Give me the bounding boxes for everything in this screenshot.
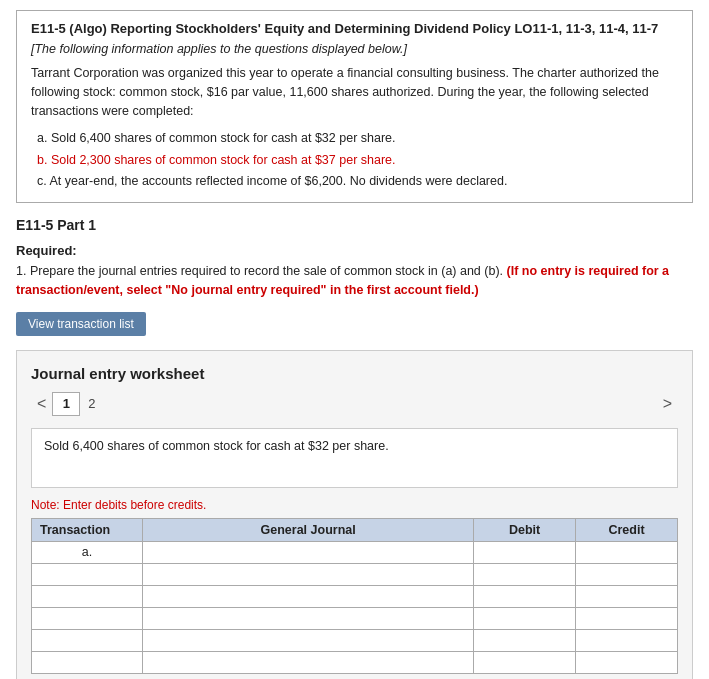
general-journal-input-3[interactable] bbox=[149, 611, 467, 625]
debit-cell-4[interactable] bbox=[474, 629, 576, 651]
col-header-credit: Credit bbox=[576, 518, 678, 541]
col-header-transaction: Transaction bbox=[32, 518, 143, 541]
table-row bbox=[32, 585, 678, 607]
transaction-c: c. At year-end, the accounts reflected i… bbox=[37, 171, 678, 192]
general-journal-cell-2[interactable] bbox=[143, 585, 474, 607]
transaction-description-box: Sold 6,400 shares of common stock for ca… bbox=[31, 428, 678, 488]
page-current[interactable]: 1 bbox=[52, 392, 80, 416]
journal-table: Transaction General Journal Debit Credit… bbox=[31, 518, 678, 674]
general-journal-input-1[interactable] bbox=[149, 567, 467, 581]
transaction-cell-2 bbox=[32, 585, 143, 607]
debit-cell-0[interactable] bbox=[474, 541, 576, 563]
credit-input-4[interactable] bbox=[582, 633, 671, 647]
table-row bbox=[32, 629, 678, 651]
worksheet-title: Journal entry worksheet bbox=[31, 365, 678, 382]
required-text: 1. Prepare the journal entries required … bbox=[16, 262, 693, 300]
view-transaction-list-button[interactable]: View transaction list bbox=[16, 312, 146, 336]
general-journal-cell-5[interactable] bbox=[143, 651, 474, 673]
required-label: Required: bbox=[16, 243, 693, 258]
part-title: E11-5 Part 1 bbox=[16, 217, 693, 233]
general-journal-cell-0[interactable] bbox=[143, 541, 474, 563]
transaction-b: b. Sold 2,300 shares of common stock for… bbox=[37, 150, 678, 171]
worksheet-container: Journal entry worksheet < 1 2 > Sold 6,4… bbox=[16, 350, 693, 680]
credit-cell-3[interactable] bbox=[576, 607, 678, 629]
general-journal-input-0[interactable] bbox=[149, 545, 467, 559]
debit-cell-1[interactable] bbox=[474, 563, 576, 585]
credit-cell-0[interactable] bbox=[576, 541, 678, 563]
credit-cell-5[interactable] bbox=[576, 651, 678, 673]
general-journal-input-2[interactable] bbox=[149, 589, 467, 603]
transaction-cell-3 bbox=[32, 607, 143, 629]
debit-cell-5[interactable] bbox=[474, 651, 576, 673]
problem-title: E11-5 (Algo) Reporting Stockholders' Equ… bbox=[31, 21, 678, 36]
debit-cell-2[interactable] bbox=[474, 585, 576, 607]
transaction-cell-1 bbox=[32, 563, 143, 585]
transaction-b-text: b. Sold 2,300 shares of common stock for… bbox=[37, 153, 396, 167]
note-text: Note: Enter debits before credits. bbox=[31, 498, 678, 512]
page-next[interactable]: 2 bbox=[80, 394, 103, 413]
col-header-general-journal: General Journal bbox=[143, 518, 474, 541]
credit-cell-4[interactable] bbox=[576, 629, 678, 651]
debit-input-4[interactable] bbox=[480, 633, 569, 647]
transaction-cell-5 bbox=[32, 651, 143, 673]
nav-left-arrow[interactable]: < bbox=[31, 393, 52, 415]
table-row bbox=[32, 607, 678, 629]
debit-input-5[interactable] bbox=[480, 655, 569, 669]
table-row bbox=[32, 563, 678, 585]
debit-input-2[interactable] bbox=[480, 589, 569, 603]
transaction-a: a. Sold 6,400 shares of common stock for… bbox=[37, 128, 678, 149]
table-row: a. bbox=[32, 541, 678, 563]
transaction-list: a. Sold 6,400 shares of common stock for… bbox=[31, 128, 678, 192]
credit-input-3[interactable] bbox=[582, 611, 671, 625]
general-journal-cell-3[interactable] bbox=[143, 607, 474, 629]
problem-box: E11-5 (Algo) Reporting Stockholders' Equ… bbox=[16, 10, 693, 203]
credit-cell-1[interactable] bbox=[576, 563, 678, 585]
table-row bbox=[32, 651, 678, 673]
problem-description: Tarrant Corporation was organized this y… bbox=[31, 64, 678, 120]
credit-input-5[interactable] bbox=[582, 655, 671, 669]
general-journal-input-4[interactable] bbox=[149, 633, 467, 647]
col-header-debit: Debit bbox=[474, 518, 576, 541]
transaction-cell-0: a. bbox=[32, 541, 143, 563]
nav-row: < 1 2 > bbox=[31, 392, 678, 416]
general-journal-cell-4[interactable] bbox=[143, 629, 474, 651]
debit-cell-3[interactable] bbox=[474, 607, 576, 629]
required-text-1: 1. Prepare the journal entries required … bbox=[16, 264, 503, 278]
debit-input-1[interactable] bbox=[480, 567, 569, 581]
credit-input-0[interactable] bbox=[582, 545, 671, 559]
credit-cell-2[interactable] bbox=[576, 585, 678, 607]
general-journal-cell-1[interactable] bbox=[143, 563, 474, 585]
credit-input-2[interactable] bbox=[582, 589, 671, 603]
transaction-cell-4 bbox=[32, 629, 143, 651]
nav-right-arrow[interactable]: > bbox=[657, 393, 678, 415]
debit-input-0[interactable] bbox=[480, 545, 569, 559]
italic-note: [The following information applies to th… bbox=[31, 42, 678, 56]
credit-input-1[interactable] bbox=[582, 567, 671, 581]
debit-input-3[interactable] bbox=[480, 611, 569, 625]
general-journal-input-5[interactable] bbox=[149, 655, 467, 669]
